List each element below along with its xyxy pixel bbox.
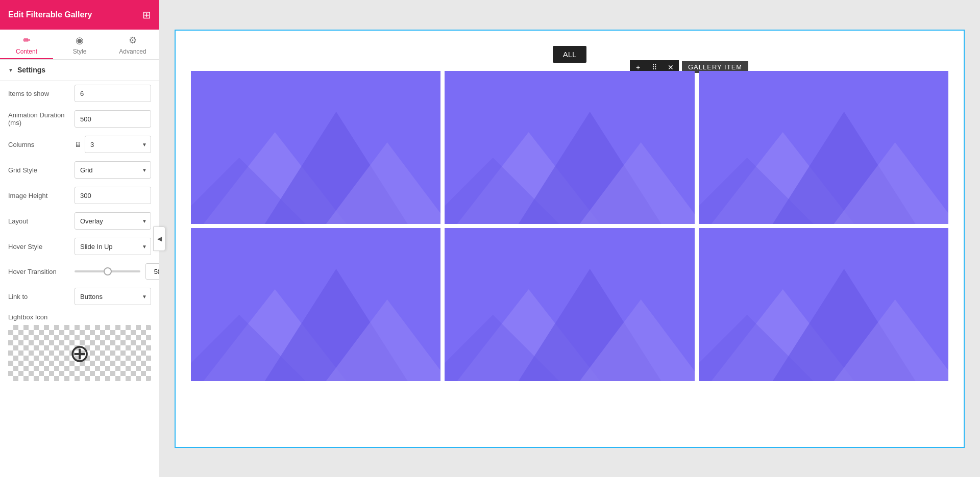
hover-transition-slider[interactable] xyxy=(75,270,140,272)
gallery-image-4 xyxy=(191,228,440,381)
layout-control: OverlayCaption BelowNo Overlay ▼ xyxy=(75,212,151,230)
hover-style-select[interactable]: Slide In UpSlide In DownFade xyxy=(75,238,151,255)
gallery-image-5 xyxy=(445,228,694,381)
gallery-image-6 xyxy=(699,228,948,381)
tab-advanced-label: Advanced xyxy=(119,48,146,55)
hover-transition-label: Hover Transition xyxy=(8,268,75,275)
gallery-item[interactable] xyxy=(699,71,948,224)
image-height-control xyxy=(75,187,151,204)
hover-style-control: Slide In UpSlide In DownFade ▼ xyxy=(75,238,151,255)
settings-arrow-icon: ▼ xyxy=(8,67,13,73)
collapse-handle[interactable]: ◀ xyxy=(153,227,165,251)
layout-label: Layout xyxy=(8,217,75,225)
style-tab-icon: ◉ xyxy=(76,35,84,46)
grid-style-select[interactable]: GridMasonry xyxy=(75,161,151,179)
gallery-item[interactable] xyxy=(191,228,440,381)
animation-duration-row: Animation Duration (ms) xyxy=(0,106,159,132)
tab-style[interactable]: ◉ Style xyxy=(53,30,106,59)
items-to-show-row: Items to show xyxy=(0,81,159,106)
tab-advanced[interactable]: ⚙ Advanced xyxy=(106,30,159,59)
columns-row: Columns 🖥 312456 ▼ xyxy=(0,132,159,157)
image-height-row: Image Height xyxy=(0,183,159,208)
gallery-item[interactable] xyxy=(699,228,948,381)
items-to-show-control xyxy=(75,85,151,102)
canvas-frame: ALL + ⠿ ✕ GALLERY ITEM xyxy=(175,30,965,448)
animation-duration-control xyxy=(75,110,151,128)
sidebar-content: ▼ Settings Items to show Animation Durat… xyxy=(0,60,159,477)
settings-label: Settings xyxy=(17,66,45,74)
animation-duration-input[interactable] xyxy=(75,110,151,128)
hover-transition-value-input[interactable] xyxy=(145,263,159,280)
sidebar-tabs: ✏ Content ◉ Style ⚙ Advanced xyxy=(0,30,159,60)
content-tab-icon: ✏ xyxy=(23,35,31,46)
add-icon: + xyxy=(636,63,640,71)
tab-content-label: Content xyxy=(16,48,37,55)
layout-row: Layout OverlayCaption BelowNo Overlay ▼ xyxy=(0,208,159,234)
gallery-grid xyxy=(191,71,948,381)
items-to-show-label: Items to show xyxy=(8,90,75,97)
gallery-item[interactable] xyxy=(191,71,440,224)
hover-transition-control xyxy=(75,263,159,280)
settings-section-header[interactable]: ▼ Settings xyxy=(0,60,159,81)
gallery-image-2 xyxy=(445,71,694,224)
lightbox-zoom-icon: ⊕ xyxy=(69,339,90,367)
link-to-row: Link to ButtonsCustom URLNone ▼ xyxy=(0,284,159,309)
items-to-show-input[interactable] xyxy=(75,85,151,102)
grid-style-label: Grid Style xyxy=(8,166,75,174)
filter-all-button[interactable]: ALL xyxy=(553,46,587,63)
tab-content[interactable]: ✏ Content xyxy=(0,30,53,59)
gallery-image-3 xyxy=(699,71,948,224)
gallery-filter: ALL + ⠿ ✕ GALLERY ITEM xyxy=(191,46,948,63)
collapse-arrow-icon: ◀ xyxy=(157,235,162,242)
gallery-item[interactable] xyxy=(445,228,694,381)
columns-select[interactable]: 312456 xyxy=(85,136,151,153)
hover-style-label: Hover Style xyxy=(8,243,75,250)
image-height-input[interactable] xyxy=(75,187,151,204)
drag-icon: ⠿ xyxy=(652,63,657,71)
lightbox-preview[interactable]: ⊕ xyxy=(8,325,151,381)
grid-menu-icon[interactable]: ⊞ xyxy=(142,9,151,21)
main-canvas: ALL + ⠿ ✕ GALLERY ITEM xyxy=(159,0,980,477)
close-icon: ✕ xyxy=(668,63,674,71)
image-height-label: Image Height xyxy=(8,192,75,199)
sidebar-title: Edit Filterable Gallery xyxy=(8,10,92,19)
sidebar: Edit Filterable Gallery ⊞ ✏ Content ◉ St… xyxy=(0,0,159,477)
grid-style-row: Grid Style GridMasonry ▼ xyxy=(0,157,159,183)
sidebar-header: Edit Filterable Gallery ⊞ xyxy=(0,0,159,30)
columns-label: Columns xyxy=(8,141,75,148)
advanced-tab-icon: ⚙ xyxy=(129,35,137,46)
hover-style-row: Hover Style Slide In UpSlide In DownFade… xyxy=(0,234,159,259)
grid-style-control: GridMasonry ▼ xyxy=(75,161,151,179)
link-to-select[interactable]: ButtonsCustom URLNone xyxy=(75,288,151,305)
link-to-control: ButtonsCustom URLNone ▼ xyxy=(75,288,151,305)
layout-select[interactable]: OverlayCaption BelowNo Overlay xyxy=(75,212,151,230)
tab-style-label: Style xyxy=(73,48,87,55)
lightbox-icon-label: Lightbox Icon xyxy=(0,309,159,323)
hover-transition-row: Hover Transition xyxy=(0,259,159,284)
animation-duration-label: Animation Duration (ms) xyxy=(8,111,75,127)
columns-control: 🖥 312456 ▼ xyxy=(75,136,151,153)
link-to-label: Link to xyxy=(8,293,75,300)
monitor-icon: 🖥 xyxy=(75,140,82,148)
gallery-image-1 xyxy=(191,71,440,224)
gallery-item[interactable] xyxy=(445,71,694,224)
